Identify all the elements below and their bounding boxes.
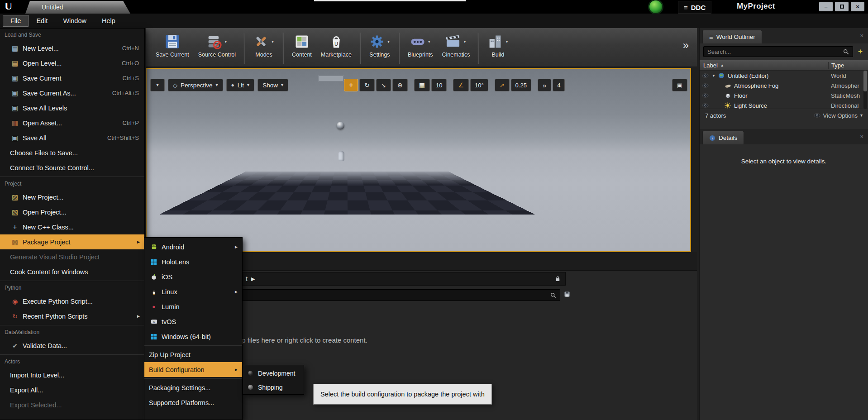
ddc-indicator[interactable]: ≡ DDC — [678, 1, 711, 14]
package-submenu-item-supported-platforms[interactable]: Supported Platforms... — [144, 395, 242, 410]
tab-world-outliner[interactable]: ≡ World Outliner — [702, 30, 762, 43]
file-menu-item-save-all-levels[interactable]: ▣Save All Levels — [0, 100, 144, 115]
floor-plane[interactable] — [159, 172, 535, 215]
config-item-development[interactable]: Development — [243, 366, 304, 380]
level-viewport[interactable]: ▾ ◇ Perspective ▾ ● Lit ▾ Show ▾ + ↻ ↘ ⊕… — [146, 68, 691, 252]
maximize-viewport-button[interactable]: ▣ — [672, 79, 687, 91]
save-filter-icon[interactable] — [564, 291, 570, 297]
column-header-label[interactable]: Label ▲ — [700, 62, 828, 69]
toolbar-settings-button[interactable]: ▾Settings — [364, 30, 395, 67]
package-submenu-item-packaging-settings[interactable]: Packaging Settings... — [144, 380, 242, 395]
breadcrumb[interactable]: t ▶ — [246, 275, 255, 282]
source-control-dropdown-icon[interactable]: ▾ — [224, 38, 228, 45]
toolbar-modes-button[interactable]: ▾Modes — [248, 30, 279, 67]
file-menu-item-choose-files-to-save[interactable]: Choose Files to Save... — [0, 145, 144, 160]
build-dropdown-icon[interactable]: ▾ — [505, 38, 509, 45]
package-submenu-item-build-configuration[interactable]: Build Configuration► — [144, 362, 242, 377]
file-menu-item-recent-python-scripts[interactable]: ↻Recent Python Scripts► — [0, 309, 144, 324]
visibility-toggle[interactable] — [700, 103, 711, 108]
add-actor-icon[interactable]: + — [856, 47, 864, 56]
view-options-button[interactable]: View Options ▾ — [814, 112, 863, 119]
tab-details[interactable]: i Details — [702, 131, 744, 144]
menubar-item-help[interactable]: Help — [94, 15, 123, 27]
viewport-options-dropdown[interactable]: ▾ — [150, 79, 165, 91]
outliner-row-light-source[interactable]: Light SourceDirectional — [700, 100, 868, 109]
cinematics-dropdown-icon[interactable]: ▾ — [463, 38, 467, 45]
grid-snap-toggle[interactable]: ▦ — [414, 79, 430, 91]
file-menu-item-open-level[interactable]: ▤Open Level...Ctrl+O — [0, 56, 144, 71]
close-panel-icon[interactable]: × — [860, 133, 863, 140]
camera-speed-button[interactable]: » — [538, 79, 551, 91]
package-submenu-item-tvos[interactable]: tvtvOS — [144, 314, 242, 329]
file-menu-item-execute-python-script[interactable]: ◉Execute Python Script... — [0, 294, 144, 309]
toolbar-save-current-button[interactable]: Save Current — [151, 30, 194, 67]
file-menu-item-package-project[interactable]: ▩Package Project► — [0, 234, 144, 249]
lock-icon[interactable] — [555, 276, 561, 282]
file-menu-item-import-into-level[interactable]: Import Into Level... — [0, 368, 144, 382]
player-start-actor[interactable] — [339, 151, 344, 161]
package-submenu-item-lumin[interactable]: ●Lumin — [144, 299, 242, 314]
menubar-item-window[interactable]: Window — [55, 15, 94, 27]
scale-snap-toggle[interactable]: ↗ — [495, 79, 510, 91]
file-menu-item-new-project[interactable]: ▨New Project... — [0, 190, 144, 205]
document-tab[interactable]: Untitled — [25, 1, 130, 14]
outliner-row-atmospheric-fog[interactable]: Atmospheric FogAtmospher — [700, 81, 868, 91]
toolbar-content-button[interactable]: Content — [287, 30, 316, 67]
perspective-button[interactable]: ◇ Perspective ▾ — [168, 79, 223, 91]
file-menu-item-save-current-as[interactable]: ▣Save Current As...Ctrl+Alt+S — [0, 86, 144, 100]
package-submenu-item-linux[interactable]: Linux► — [144, 284, 242, 299]
rotation-snap-toggle[interactable]: ∠ — [453, 79, 469, 91]
close-button[interactable]: × — [851, 2, 864, 11]
package-submenu-item-ios[interactable]: iOS — [144, 269, 242, 284]
column-header-type[interactable]: Type — [828, 62, 868, 69]
camera-speed-value[interactable]: 4 — [553, 79, 565, 91]
world-space-toggle[interactable]: ⊕ — [392, 79, 408, 91]
outliner-row-untitled-editor[interactable]: ▼Untitled (Editor)World — [700, 71, 868, 81]
rotate-tool-button[interactable]: ↻ — [359, 79, 375, 91]
rotation-snap-value[interactable]: 10° — [470, 79, 488, 91]
scale-snap-value[interactable]: 0.25 — [511, 79, 531, 91]
file-menu-item-validate-data[interactable]: ✔Validate Data... — [0, 338, 144, 353]
settings-dropdown-icon[interactable]: ▾ — [386, 38, 391, 45]
file-menu-item-cook-content-for-windows[interactable]: Cook Content for Windows — [0, 264, 144, 279]
file-menu-item-export-all[interactable]: Export All... — [0, 382, 144, 397]
minimize-button[interactable]: – — [819, 2, 833, 11]
package-submenu-item-windows-64-bit[interactable]: Windows (64-bit) — [144, 329, 242, 344]
close-panel-icon[interactable]: × — [860, 32, 863, 39]
lit-mode-button[interactable]: ● Lit ▾ — [226, 79, 255, 91]
file-menu-item-new-level[interactable]: ▤New Level...Ctrl+N — [0, 41, 144, 56]
outliner-scrollbar[interactable] — [863, 71, 867, 109]
config-item-shipping[interactable]: Shipping — [243, 380, 304, 394]
outliner-search-input[interactable]: Search... — [703, 46, 853, 57]
visibility-toggle[interactable] — [700, 73, 711, 78]
toolbar-marketplace-button[interactable]: UMarketplace — [316, 30, 356, 67]
file-menu-item-open-project[interactable]: ▧Open Project... — [0, 205, 144, 220]
expander-open[interactable]: ▼ — [711, 74, 717, 78]
restore-button[interactable] — [835, 2, 849, 11]
file-menu-item-connect-to-source-control[interactable]: Connect To Source Control... — [0, 160, 144, 175]
outliner-row-floor[interactable]: FloorStaticMesh — [700, 91, 868, 100]
toolbar-cinematics-button[interactable]: ▾Cinematics — [438, 30, 475, 67]
menubar-item-file[interactable]: File — [3, 15, 29, 27]
toolbar-source-control-button[interactable]: ▾Source Control — [194, 30, 240, 67]
toolbar-overflow-chevron[interactable]: » — [683, 39, 692, 58]
show-menu-button[interactable]: Show ▾ — [258, 79, 288, 91]
menubar-item-edit[interactable]: Edit — [29, 15, 55, 27]
package-submenu-item-hololens[interactable]: HoloLens — [144, 254, 242, 269]
scrollbar-thumb[interactable] — [863, 71, 867, 91]
modes-dropdown-icon[interactable]: ▾ — [271, 38, 275, 45]
package-submenu-item-zip-up-project[interactable]: Zip Up Project — [144, 347, 242, 362]
package-submenu-item-android[interactable]: Android► — [144, 239, 242, 254]
file-menu-item-save-current[interactable]: ▣Save CurrentCtrl+S — [0, 71, 144, 86]
visibility-toggle[interactable] — [700, 83, 711, 88]
file-menu-item-open-asset[interactable]: ▥Open Asset...Ctrl+P — [0, 115, 144, 130]
sphere-actor[interactable] — [337, 122, 344, 129]
blueprints-dropdown-icon[interactable]: ▾ — [427, 38, 431, 45]
grid-snap-value[interactable]: 10 — [431, 79, 447, 91]
toolbar-build-button[interactable]: ▾Build — [482, 30, 513, 67]
file-menu-item-new-c-class[interactable]: +New C++ Class... — [0, 220, 144, 234]
visibility-toggle[interactable] — [700, 93, 711, 98]
move-tool-button[interactable]: + — [344, 79, 358, 91]
scale-tool-button[interactable]: ↘ — [376, 79, 391, 91]
file-menu-item-save-all[interactable]: ▣Save AllCtrl+Shift+S — [0, 130, 144, 145]
